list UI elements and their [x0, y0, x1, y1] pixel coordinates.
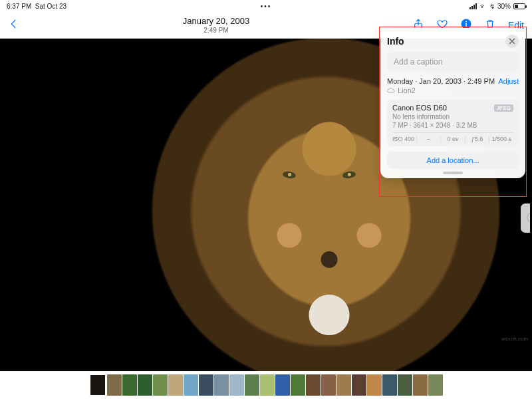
svg-rect-2 — [466, 23, 467, 27]
camera-card: Canon EOS D60 JPEG No lens information 7… — [387, 100, 519, 146]
status-right: ᯤ ↯ 30% — [469, 2, 525, 10]
back-button[interactable] — [8, 18, 20, 33]
thumbnail[interactable] — [352, 374, 366, 396]
charging-icon: ↯ — [489, 3, 495, 10]
thumbnail[interactable] — [321, 374, 336, 396]
status-time-date: 6:37 PM Sat Oct 23 — [7, 3, 66, 10]
thumbnail[interactable] — [382, 374, 397, 396]
add-location-button[interactable]: Add a location... — [387, 152, 519, 169]
photo-timestamp: Monday · Jan 20, 2003 · 2:49 PM — [387, 77, 495, 85]
close-icon — [509, 38, 515, 45]
wifi-icon: ᯤ — [479, 2, 487, 10]
thumbnail[interactable] — [428, 374, 443, 396]
thumbnail[interactable] — [413, 374, 428, 396]
chevron-left-icon — [8, 18, 20, 30]
filename-row: Lion2 — [387, 86, 519, 94]
status-date: Sat Oct 23 — [35, 3, 66, 10]
thumbnail-strip[interactable] — [0, 371, 532, 399]
multitask-dots: ••• — [261, 3, 272, 10]
exif-focal: – — [416, 136, 441, 142]
next-photo-peek[interactable]: 〈 — [521, 203, 530, 233]
adjust-date-button[interactable]: Adjust — [498, 77, 519, 85]
lens-info: No lens information — [392, 113, 513, 120]
thumbnail[interactable] — [260, 374, 275, 396]
title-date: January 20, 2003 — [183, 16, 249, 27]
thumbnail[interactable] — [122, 374, 137, 396]
battery-percent: 30% — [497, 3, 511, 10]
thumbnail[interactable] — [138, 374, 152, 396]
thumbnail[interactable] — [291, 374, 305, 396]
exif-strip: ISO 400 – 0 ev ƒ5.6 1/500 s — [392, 132, 513, 142]
status-bar: 6:37 PM Sat Oct 23 ••• ᯤ ↯ 30% — [0, 0, 532, 12]
exif-shutter: 1/500 s — [489, 136, 513, 142]
thumbnail[interactable] — [275, 374, 290, 396]
watermark: wsxdn.com — [501, 336, 528, 342]
exif-aperture: ƒ5.6 — [465, 136, 489, 142]
camera-model: Canon EOS D60 — [392, 104, 447, 112]
thumbnail[interactable] — [168, 374, 183, 396]
thumbnail[interactable] — [245, 374, 259, 396]
panel-grab-handle[interactable] — [443, 172, 463, 174]
image-dimensions: 7 MP · 3641 × 2048 · 3.2 MB — [392, 122, 513, 129]
info-panel: Info Add a caption Monday · Jan 20, 2003… — [380, 28, 525, 178]
cloud-icon — [387, 86, 395, 94]
exif-ev: 0 ev — [440, 136, 465, 142]
thumbnail[interactable] — [153, 374, 168, 396]
thumbnail[interactable] — [398, 374, 412, 396]
photo-title: January 20, 2003 2:49 PM — [183, 16, 249, 35]
thumbnail[interactable] — [107, 374, 122, 396]
status-time: 6:37 PM — [7, 3, 31, 10]
title-time: 2:49 PM — [183, 27, 249, 35]
thumbnail[interactable] — [367, 374, 382, 396]
thumbnail[interactable] — [89, 374, 106, 396]
thumbnail[interactable] — [199, 374, 213, 396]
thumbnail[interactable] — [306, 374, 321, 396]
exif-iso: ISO 400 — [392, 136, 416, 142]
cell-signal-icon — [469, 3, 477, 9]
thumbnail[interactable] — [229, 374, 244, 396]
caption-field[interactable]: Add a caption — [387, 52, 519, 72]
thumbnail[interactable] — [214, 374, 229, 396]
thumbnail[interactable] — [184, 374, 198, 396]
close-info-button[interactable] — [505, 35, 519, 48]
filename: Lion2 — [398, 86, 416, 94]
thumbnail[interactable] — [336, 374, 351, 396]
format-badge: JPEG — [494, 104, 513, 112]
battery-icon — [513, 3, 525, 9]
info-title: Info — [387, 36, 404, 47]
svg-point-3 — [466, 21, 467, 22]
